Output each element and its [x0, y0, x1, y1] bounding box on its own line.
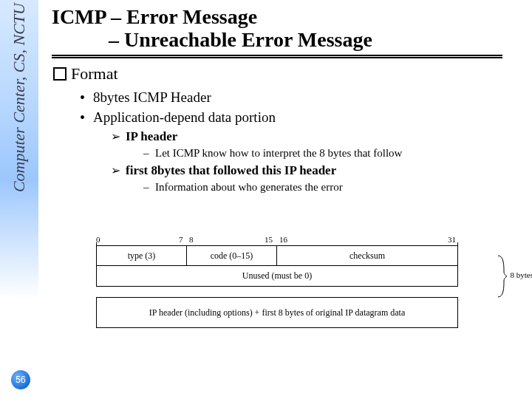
tick-31: 31 — [448, 235, 456, 244]
sub-detail: Let ICMP know how to interpret the 8 byt… — [155, 147, 402, 159]
bit-scale: 0 7 8 15 16 31 — [96, 235, 458, 245]
sub-detail: Information about who generates the erro… — [155, 181, 343, 193]
list-item: Let ICMP know how to interpret the 8 byt… — [143, 146, 517, 161]
tick-7: 7 — [179, 235, 183, 244]
bullet-list: 8bytes ICMP Header Application-depend da… — [80, 88, 517, 195]
sub-label: IP header — [126, 129, 177, 143]
section-heading-text: Format — [71, 64, 118, 83]
brace-label: 8 bytes — [511, 270, 532, 279]
list-item: 8bytes ICMP Header — [80, 88, 517, 107]
tick-8: 8 — [189, 235, 194, 244]
slide-title: ICMP – Error Message – Unreachable Error… — [52, 6, 517, 57]
list-item: IP header Let ICMP know how to interpret… — [111, 129, 517, 161]
section-heading: Format — [53, 64, 517, 83]
content: ICMP – Error Message – Unreachable Error… — [52, 6, 517, 197]
title-line-1: ICMP – Error Message — [52, 6, 517, 29]
bullet-text: 8bytes ICMP Header — [93, 89, 211, 105]
title-underline — [52, 55, 502, 57]
slide: Computer Center, CS, NCTU 56 ICMP – Erro… — [0, 0, 532, 399]
sub2-list: Let ICMP know how to interpret the 8 byt… — [143, 146, 517, 161]
sidebar: Computer Center, CS, NCTU — [0, 0, 38, 399]
cell-type: type (3) — [97, 246, 187, 265]
page-number-badge: 56 — [11, 370, 30, 389]
title-line-2: – Unreachable Error Message — [52, 29, 517, 52]
header-row-2: Unused (must be 0) — [96, 266, 458, 287]
list-item: Information about who generates the erro… — [143, 180, 517, 195]
bullet-text: Application-depend data portion — [93, 109, 276, 125]
sub-label: first 8bytes that followed this IP heade… — [126, 163, 336, 177]
payload-row: IP header (including options) + first 8 … — [96, 297, 458, 328]
packet-diagram: 0 7 8 15 16 31 type (3) code (0–15) chec… — [81, 235, 495, 328]
header-row-1: type (3) code (0–15) checksum — [96, 245, 458, 266]
list-item: Application-depend data portion IP heade… — [80, 108, 517, 195]
cell-unused: Unused (must be 0) — [97, 266, 457, 286]
tick-16: 16 — [279, 235, 287, 244]
cell-code: code (0–15) — [187, 246, 277, 265]
sidebar-text: Computer Center, CS, NCTU — [10, 3, 29, 192]
square-bullet-icon — [53, 67, 66, 81]
list-item: first 8bytes that followed this IP heade… — [111, 163, 517, 195]
sub-list: IP header Let ICMP know how to interpret… — [111, 129, 517, 195]
sub2-list: Information about who generates the erro… — [143, 180, 517, 195]
cell-checksum: checksum — [277, 246, 457, 265]
tick-15: 15 — [265, 235, 273, 244]
